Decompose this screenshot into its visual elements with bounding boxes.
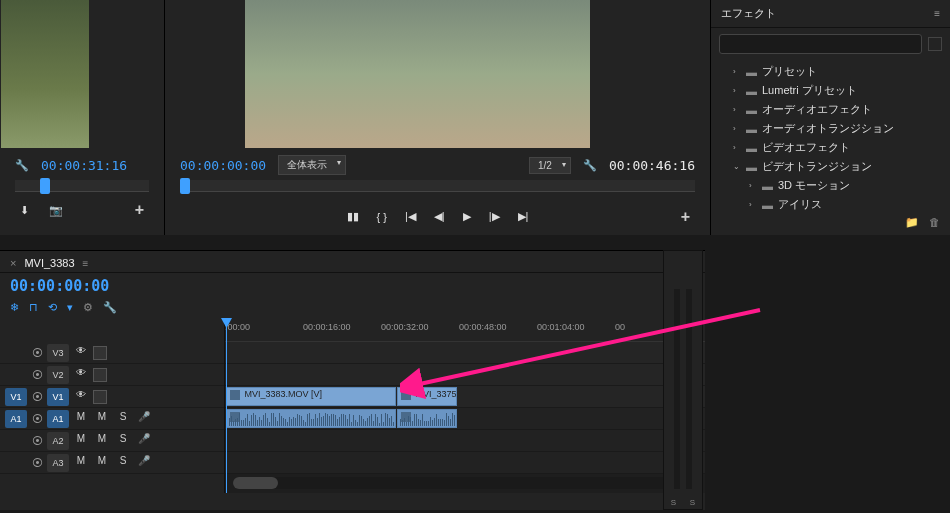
track-target[interactable]: V3 xyxy=(47,344,69,362)
track-target[interactable]: V1 xyxy=(47,388,69,406)
video-clip[interactable]: MVI_3375 xyxy=(397,387,457,406)
eye-icon[interactable]: 👁 xyxy=(72,345,90,361)
playhead[interactable] xyxy=(226,318,227,493)
disclosure-arrow-icon[interactable]: › xyxy=(733,67,741,76)
program-scrub-bar[interactable] xyxy=(180,180,695,192)
mute-toggle[interactable]: M xyxy=(93,455,111,471)
preset-slot-icon[interactable] xyxy=(928,37,942,51)
effects-search-input[interactable] xyxy=(719,34,922,54)
step-back-icon[interactable]: ◀| xyxy=(434,210,445,223)
track-target[interactable]: V2 xyxy=(47,366,69,384)
marker-tool-icon[interactable]: ▾ xyxy=(67,301,73,314)
source-patch[interactable]: V1 xyxy=(5,388,27,406)
lock-icon[interactable]: ⦿ xyxy=(30,413,44,425)
program-timecode-in[interactable]: 00:00:00:00 xyxy=(180,158,266,173)
wrench-icon[interactable]: 🔧 xyxy=(583,159,597,172)
timeline-timecode[interactable]: 00:00:00:00 xyxy=(10,277,695,295)
timeline-horizontal-scrollbar[interactable] xyxy=(233,477,697,489)
resolution-dropdown[interactable]: 1/2 xyxy=(529,157,571,174)
wrench-icon[interactable]: 🔧 xyxy=(103,301,117,314)
track-lane-v2[interactable] xyxy=(225,364,705,386)
effects-folder[interactable]: ›▬アイリス xyxy=(715,195,946,210)
effects-folder[interactable]: ›▬オーディオトランジション xyxy=(715,119,946,138)
eye-icon[interactable]: 👁 xyxy=(72,367,90,383)
track-lane-v1[interactable]: MVI_3383.MOV [V] MVI_3375 xyxy=(225,386,705,408)
play-icon[interactable]: ▶ xyxy=(463,210,471,223)
mute-toggle[interactable]: M xyxy=(72,455,90,471)
effects-folder[interactable]: ›▬ビデオエフェクト xyxy=(715,138,946,157)
effects-tree[interactable]: ›▬プリセット›▬Lumetri プリセット›▬オーディオエフェクト›▬オーディ… xyxy=(711,60,950,210)
timeline-ruler[interactable]: :00:0000:00:16:0000:00:32:0000:00:48:000… xyxy=(225,318,705,342)
effects-folder[interactable]: ›▬オーディオエフェクト xyxy=(715,100,946,119)
sequence-tab-name[interactable]: MVI_3383 xyxy=(24,257,74,269)
disclosure-arrow-icon[interactable]: › xyxy=(749,200,757,209)
track-lane-v3[interactable] xyxy=(225,342,705,364)
solo-toggle[interactable]: S xyxy=(114,455,132,471)
sync-lock-toggle[interactable] xyxy=(93,368,107,382)
voiceover-icon[interactable]: 🎤 xyxy=(135,411,153,427)
audio-clip[interactable] xyxy=(397,409,457,428)
mute-toggle[interactable]: M xyxy=(72,411,90,427)
source-scrub-bar[interactable] xyxy=(15,180,149,192)
solo-toggle[interactable]: S xyxy=(114,411,132,427)
sync-lock-toggle[interactable] xyxy=(93,390,107,404)
tab-menu-icon[interactable]: ≡ xyxy=(83,258,89,269)
lock-icon[interactable]: ⦿ xyxy=(30,457,44,469)
solo-toggle[interactable]: S xyxy=(690,498,695,507)
magnet-icon[interactable]: ⊓ xyxy=(29,301,38,314)
settings-icon[interactable]: ⚙ xyxy=(83,301,93,314)
track-lane-a2[interactable] xyxy=(225,430,705,452)
effects-folder[interactable]: ›▬3D モーション xyxy=(715,176,946,195)
timeline-tracks-area[interactable]: :00:0000:00:16:0000:00:32:0000:00:48:000… xyxy=(225,318,705,493)
mute-toggle[interactable]: M xyxy=(93,411,111,427)
effects-folder[interactable]: ›▬プリセット xyxy=(715,62,946,81)
lock-icon[interactable]: ⦿ xyxy=(30,435,44,447)
zoom-dropdown[interactable]: 全体表示 xyxy=(278,155,346,175)
panel-menu-icon[interactable]: ≡ xyxy=(934,8,940,19)
eye-icon[interactable]: 👁 xyxy=(72,389,90,405)
disclosure-arrow-icon[interactable]: ⌄ xyxy=(733,162,741,171)
linked-selection-icon[interactable]: ⟲ xyxy=(48,301,57,314)
add-button[interactable]: + xyxy=(681,208,690,225)
step-forward-icon[interactable]: |▶ xyxy=(489,210,500,223)
video-clip[interactable]: MVI_3383.MOV [V] xyxy=(226,387,396,406)
mute-toggle[interactable]: M xyxy=(93,433,111,449)
effects-folder[interactable]: ⌄▬ビデオトランジション xyxy=(715,157,946,176)
mute-toggle[interactable]: M xyxy=(72,433,90,449)
program-playhead-marker[interactable] xyxy=(180,178,190,194)
camera-icon[interactable]: 📷 xyxy=(49,204,63,217)
lock-icon[interactable]: ⦿ xyxy=(30,391,44,403)
add-button[interactable]: + xyxy=(135,201,144,218)
disclosure-arrow-icon[interactable]: › xyxy=(733,86,741,95)
wrench-icon[interactable]: 🔧 xyxy=(15,159,29,172)
export-frame-icon[interactable]: ⬇ xyxy=(20,204,29,217)
track-target[interactable]: A1 xyxy=(47,410,69,428)
marker-icon[interactable]: ▮▮ xyxy=(347,210,359,223)
disclosure-arrow-icon[interactable]: › xyxy=(749,181,757,190)
close-icon[interactable]: × xyxy=(10,257,16,269)
sync-lock-toggle[interactable] xyxy=(93,346,107,360)
audio-clip[interactable] xyxy=(226,409,396,428)
solo-toggle[interactable]: S xyxy=(671,498,676,507)
track-target[interactable]: A3 xyxy=(47,454,69,472)
in-out-icon[interactable]: { } xyxy=(377,211,387,223)
track-lane-a1[interactable] xyxy=(225,408,705,430)
disclosure-arrow-icon[interactable]: › xyxy=(733,143,741,152)
delete-icon[interactable]: 🗑 xyxy=(929,216,940,229)
lock-icon[interactable]: ⦿ xyxy=(30,347,44,359)
lock-icon[interactable]: ⦿ xyxy=(30,369,44,381)
go-to-out-icon[interactable]: ▶| xyxy=(518,210,529,223)
new-bin-icon[interactable]: 📁 xyxy=(905,216,919,229)
source-patch[interactable]: A1 xyxy=(5,410,27,428)
track-lane-a3[interactable] xyxy=(225,452,705,474)
disclosure-arrow-icon[interactable]: › xyxy=(733,105,741,114)
scrollbar-thumb[interactable] xyxy=(233,477,278,489)
source-timecode[interactable]: 00:00:31:16 xyxy=(41,158,127,173)
disclosure-arrow-icon[interactable]: › xyxy=(733,124,741,133)
source-playhead-marker[interactable] xyxy=(40,178,50,194)
track-target[interactable]: A2 xyxy=(47,432,69,450)
go-to-in-icon[interactable]: |◀ xyxy=(405,210,416,223)
voiceover-icon[interactable]: 🎤 xyxy=(135,433,153,449)
solo-toggle[interactable]: S xyxy=(114,433,132,449)
voiceover-icon[interactable]: 🎤 xyxy=(135,455,153,471)
